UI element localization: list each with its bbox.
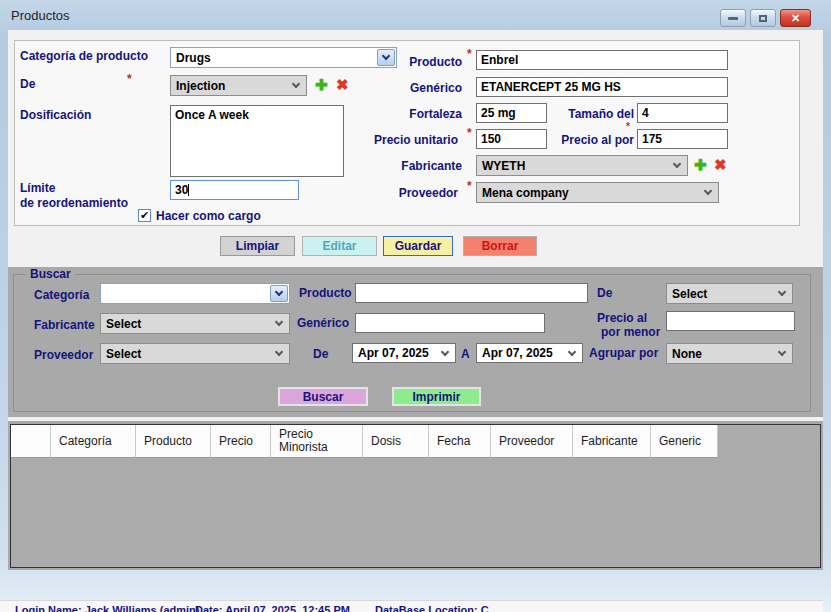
dosage-textarea[interactable]: Once A week	[170, 105, 344, 177]
productos-window: Productos ✕ Categoría de producto Drugs …	[0, 0, 831, 612]
chevron-down-icon	[673, 160, 681, 168]
group-by-label: Agrupar por	[589, 346, 658, 360]
search-type-combo-value: Select	[672, 287, 707, 301]
search-retail-input[interactable]	[666, 311, 795, 331]
type-combo-value: Injection	[176, 79, 225, 93]
date-to-picker[interactable]: Apr 07, 2025	[476, 343, 583, 363]
manufacturer-combo[interactable]: WYETH	[476, 155, 688, 176]
close-button[interactable]: ✕	[780, 9, 811, 27]
charge-checkbox-label: Hacer como cargo	[156, 209, 261, 223]
search-type-label: De	[597, 286, 612, 300]
search-retail-label-line2: por menor	[601, 325, 660, 339]
grid-column-precio[interactable]: Precio	[211, 425, 271, 458]
charge-checkbox[interactable]: ✔	[138, 209, 151, 222]
delete-button[interactable]: Borrar	[463, 236, 537, 256]
minimize-icon	[728, 17, 738, 20]
retail-price-input[interactable]: 175	[637, 129, 728, 149]
date-to-value: Apr 07, 2025	[482, 346, 553, 360]
reorder-label-line2: de reordenamiento	[20, 196, 128, 210]
pack-size-label: Tamaño del	[548, 107, 634, 121]
manufacturer-combo-value: WYETH	[482, 159, 525, 173]
type-combo[interactable]: Injection	[170, 75, 307, 96]
date-from-picker[interactable]: Apr 07, 2025	[352, 343, 456, 363]
generic-input[interactable]: ETANERCEPT 25 MG HS	[476, 77, 728, 97]
search-category-combo-dropdown[interactable]	[270, 285, 288, 302]
search-button[interactable]: Buscar	[278, 387, 368, 406]
product-required-mark: *	[467, 47, 472, 61]
search-manufacturer-combo[interactable]: Select	[100, 313, 290, 334]
maximize-icon	[759, 15, 767, 22]
unit-price-input[interactable]: 150	[476, 129, 547, 149]
grid-row-selector-header[interactable]	[11, 425, 51, 458]
results-grid: Categoría Producto Precio Precio Minoris…	[10, 424, 821, 568]
grid-column-categoria[interactable]: Categoría	[51, 425, 136, 458]
minimize-button[interactable]	[720, 9, 746, 27]
chevron-down-icon	[275, 348, 283, 356]
search-date-to-label: A	[461, 347, 470, 361]
chevron-down-icon	[292, 80, 300, 88]
search-category-combo[interactable]	[100, 283, 290, 304]
save-button[interactable]: Guardar	[383, 236, 453, 256]
category-label: Categoría de producto	[20, 49, 148, 63]
bottom-glass-band	[0, 570, 831, 600]
supplier-required-mark: *	[467, 179, 472, 193]
chevron-down-icon	[778, 348, 786, 356]
clear-button[interactable]: Limpiar	[220, 236, 295, 256]
results-grid-header: Categoría Producto Precio Precio Minoris…	[11, 425, 820, 458]
status-login: Login Name: Jack Williams (admin)	[15, 604, 200, 612]
grid-column-fecha[interactable]: Fecha	[429, 425, 491, 458]
chevron-down-icon	[568, 347, 576, 355]
add-manufacturer-icon[interactable]: ✚	[694, 157, 707, 172]
grid-column-generic[interactable]: Generic	[651, 425, 718, 458]
category-combo-value: Drugs	[176, 51, 211, 65]
retail-price-required-mark: *	[626, 121, 630, 132]
reorder-label-line1: Límite	[20, 181, 55, 195]
search-type-combo[interactable]: Select	[666, 283, 793, 304]
maximize-button[interactable]	[750, 9, 776, 27]
dosage-label: Dosificación	[20, 108, 91, 122]
text-caret	[188, 184, 189, 196]
search-retail-label-line1: Precio al	[597, 311, 647, 325]
unit-price-required-mark: *	[467, 126, 472, 140]
search-product-label: Producto	[299, 286, 352, 300]
search-product-input[interactable]	[355, 283, 588, 303]
grid-column-precio-minorista[interactable]: Precio Minorista	[271, 425, 363, 458]
strength-label: Fortaleza	[346, 107, 462, 121]
supplier-combo-value: Mena company	[482, 186, 569, 200]
grid-column-fabricante[interactable]: Fabricante	[573, 425, 651, 458]
chevron-down-icon	[441, 347, 449, 355]
type-required-mark: *	[127, 72, 132, 86]
product-input[interactable]: Enbrel	[476, 50, 728, 70]
grid-column-producto[interactable]: Producto	[136, 425, 211, 458]
type-label: De	[20, 77, 35, 91]
search-manufacturer-combo-value: Select	[106, 317, 141, 331]
edit-button[interactable]: Editar	[302, 236, 377, 256]
close-icon: ✕	[791, 13, 800, 24]
delete-manufacturer-icon[interactable]: ✖	[714, 157, 727, 172]
search-date-from-label: De	[313, 347, 328, 361]
supplier-combo[interactable]: Mena company	[476, 182, 719, 203]
strength-input[interactable]: 25 mg	[476, 103, 547, 123]
chevron-down-icon	[275, 288, 283, 296]
unit-price-label: Precio unitario	[342, 133, 458, 147]
search-groupbox-title: Buscar	[26, 267, 75, 281]
group-by-combo[interactable]: None	[666, 343, 793, 364]
status-bar: Login Name: Jack Williams (admin) Date: …	[0, 600, 823, 612]
search-supplier-combo-value: Select	[106, 347, 141, 361]
generic-label: Genérico	[346, 81, 462, 95]
status-database: DataBase Location: C	[375, 604, 489, 612]
grid-column-dosis[interactable]: Dosis	[363, 425, 429, 458]
search-generic-input[interactable]	[355, 313, 545, 333]
add-type-icon[interactable]: ✚	[315, 77, 328, 92]
grid-column-proveedor[interactable]: Proveedor	[491, 425, 573, 458]
search-category-label: Categoría	[34, 288, 89, 302]
manufacturer-label: Fabricante	[346, 159, 462, 173]
print-button[interactable]: Imprimir	[392, 387, 481, 406]
search-manufacturer-label: Fabricante	[34, 318, 95, 332]
pack-size-input[interactable]: 4	[637, 103, 728, 123]
search-supplier-label: Proveedor	[34, 348, 93, 362]
search-supplier-combo[interactable]: Select	[100, 343, 290, 364]
window-title: Productos	[11, 8, 70, 23]
group-by-combo-value: None	[672, 347, 702, 361]
reorder-limit-input[interactable]: 30	[170, 180, 299, 200]
